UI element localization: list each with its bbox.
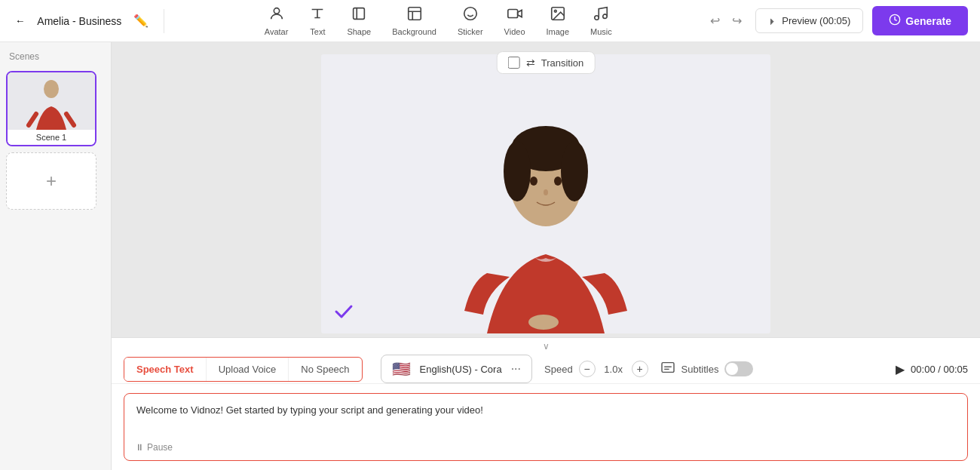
voice-selector: 🇺🇸 English(US) - Cora ··· xyxy=(381,355,532,383)
toolbar-image[interactable]: Image xyxy=(537,1,579,41)
avatar-icon xyxy=(268,5,285,26)
svg-point-21 xyxy=(554,177,562,186)
video-icon xyxy=(507,5,523,26)
speed-label: Speed xyxy=(544,364,573,375)
svg-rect-1 xyxy=(354,8,365,20)
image-label: Image xyxy=(547,27,570,36)
text-icon xyxy=(309,5,326,26)
watermark xyxy=(333,301,354,326)
script-text: Welcome to Vidnoz! Get started by typing… xyxy=(136,403,955,418)
toolbar-text[interactable]: Text xyxy=(300,1,335,41)
svg-point-8 xyxy=(595,16,599,20)
generate-button[interactable]: Generate xyxy=(872,6,968,35)
transition-arrow-icon: ⇄ xyxy=(526,57,535,69)
transition-bar: ⇄ Transition xyxy=(497,51,596,74)
script-area: Welcome to Vidnoz! Get started by typing… xyxy=(112,384,980,470)
more-dots-icon: ··· xyxy=(511,362,521,375)
project-name: Amelia - Business xyxy=(37,15,121,27)
svg-rect-3 xyxy=(408,8,421,20)
scene-thumbnail-1 xyxy=(8,72,95,130)
scenes-label: Scenes xyxy=(6,51,105,62)
text-label: Text xyxy=(310,27,325,36)
subtitles-toggle[interactable] xyxy=(724,361,753,376)
svg-rect-5 xyxy=(507,10,517,18)
avatar-label: Avatar xyxy=(265,27,289,36)
undo-button[interactable]: ↩ xyxy=(706,9,724,32)
subtitles-control: Subtitles xyxy=(660,361,754,376)
toggle-slider xyxy=(724,361,753,376)
svg-point-23 xyxy=(528,315,559,330)
background-label: Background xyxy=(392,27,436,36)
canvas-frame xyxy=(321,54,770,333)
speed-value: 1.0x xyxy=(602,364,626,375)
transition-checkbox[interactable] xyxy=(508,57,520,69)
pause-button[interactable]: ⏸ Pause xyxy=(135,442,173,453)
add-scene-icon: + xyxy=(46,170,57,192)
scene-card-1[interactable]: Scene 1 xyxy=(6,71,96,146)
tab-no-speech[interactable]: No Speech xyxy=(289,358,361,381)
preview-play-icon: ⏵ xyxy=(768,16,777,26)
video-label: Video xyxy=(504,27,525,36)
svg-point-22 xyxy=(544,189,548,195)
svg-point-18 xyxy=(504,141,531,201)
speed-decrease-button[interactable]: − xyxy=(579,361,596,377)
svg-point-0 xyxy=(274,8,279,14)
main-area: Scenes Scene 1 + xyxy=(0,42,980,470)
divider xyxy=(164,9,164,33)
voice-more-button[interactable]: ··· xyxy=(511,362,521,376)
time-display: 00:00 / 00:05 xyxy=(911,364,968,375)
sticker-icon xyxy=(462,5,479,26)
toolbar-shape[interactable]: Shape xyxy=(338,1,380,41)
svg-point-19 xyxy=(561,141,588,201)
toolbar-background[interactable]: Background xyxy=(383,1,446,41)
shape-icon xyxy=(351,5,367,26)
playback-controls: ▶ 00:00 / 00:05 xyxy=(896,362,968,376)
music-label: Music xyxy=(590,27,612,36)
preview-label: Preview (00:05) xyxy=(782,15,850,26)
collapse-button[interactable]: ∨ xyxy=(112,338,980,355)
toolbar-music[interactable]: Music xyxy=(581,1,621,41)
pause-icon: ⏸ xyxy=(135,442,144,453)
svg-point-9 xyxy=(603,14,608,18)
toolbar-sticker[interactable]: Sticker xyxy=(449,1,492,41)
svg-rect-24 xyxy=(662,363,674,373)
speed-control: Speed − 1.0x + xyxy=(544,361,648,377)
collapse-icon: ∨ xyxy=(543,341,550,352)
generate-label: Generate xyxy=(905,15,951,27)
pause-label: Pause xyxy=(147,442,173,453)
play-button[interactable]: ▶ xyxy=(896,362,905,376)
toolbar-avatar[interactable]: Avatar xyxy=(256,1,298,41)
image-icon xyxy=(550,5,566,26)
add-scene-button[interactable]: + xyxy=(6,152,96,210)
undo-redo-group: ↩ ↪ xyxy=(706,9,746,32)
toolbar-video[interactable]: Video xyxy=(495,1,534,41)
sticker-label: Sticker xyxy=(458,27,483,36)
canvas-area: ⇄ Transition xyxy=(112,42,980,337)
svg-point-4 xyxy=(464,8,477,20)
edit-icon[interactable]: ✏️ xyxy=(133,14,149,28)
scene-1-label: Scene 1 xyxy=(8,130,95,145)
svg-point-11 xyxy=(44,80,59,98)
subtitles-icon xyxy=(660,361,675,376)
generate-icon xyxy=(889,14,901,28)
script-textbox[interactable]: Welcome to Vidnoz! Get started by typing… xyxy=(124,393,968,461)
sidebar: Scenes Scene 1 + xyxy=(0,42,112,470)
speed-increase-button[interactable]: + xyxy=(632,361,648,377)
music-icon xyxy=(593,5,609,26)
redo-button[interactable]: ↪ xyxy=(727,9,746,32)
svg-point-20 xyxy=(530,177,537,186)
back-button[interactable]: ← xyxy=(12,12,28,29)
tab-speech-text[interactable]: Speech Text xyxy=(124,358,207,381)
toolbar: Avatar Text Shape Background Sticker xyxy=(179,1,697,41)
background-icon xyxy=(406,5,423,26)
tab-upload-voice[interactable]: Upload Voice xyxy=(207,358,289,381)
play-icon: ▶ xyxy=(896,363,905,376)
back-icon: ← xyxy=(15,15,25,26)
svg-point-7 xyxy=(554,10,556,12)
voice-name: English(US) - Cora xyxy=(420,364,502,375)
bottom-panel: ∨ Speech Text Upload Voice No Speech 🇺🇸 … xyxy=(112,337,980,470)
tabs-controls-row: Speech Text Upload Voice No Speech 🇺🇸 En… xyxy=(112,355,980,384)
top-bar: ← Amelia - Business ✏️ Avatar Text Shape xyxy=(0,0,980,42)
speech-tab-group: Speech Text Upload Voice No Speech xyxy=(124,357,363,382)
preview-button[interactable]: ⏵ Preview (00:05) xyxy=(755,8,863,33)
